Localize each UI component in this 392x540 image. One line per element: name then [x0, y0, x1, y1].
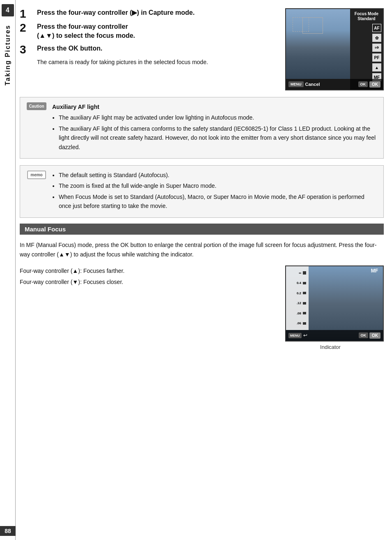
step-3: 3 Press the OK button.: [20, 44, 277, 55]
ok-text: OK: [369, 81, 380, 88]
af-icon: AF: [372, 24, 381, 32]
mf-menu-area: MENU ↩: [288, 332, 307, 338]
focus-option-macro: ✿: [350, 33, 383, 43]
caution-title: Auxiliary AF light: [52, 102, 378, 111]
mf-camera-screen: ∞ 0.4 0.2 .12: [285, 265, 384, 342]
focus-options-list: AF ✿ s✿ PF ▲ MF: [350, 23, 383, 82]
chapter-number: 4: [2, 4, 14, 16]
caution-badge: Caution: [27, 102, 46, 110]
macro-icon: ✿: [372, 34, 381, 42]
focus-option-super-macro: s✿: [350, 43, 383, 53]
fw-up-text: Four-way controller (▲): Focuses farther…: [20, 265, 277, 277]
mf-bar-02: [303, 292, 306, 294]
memo-content: The default setting is Standard (Autofoc…: [52, 171, 378, 212]
step-3-number: 3: [20, 44, 35, 55]
focus-option-pf: PF: [350, 53, 383, 62]
chapter-title: Taking Pictures: [4, 25, 12, 85]
step-2-text: Press the four-way controller(▲▼) to sel…: [37, 22, 135, 41]
caution-bullet-2: The auxiliary AF light of this camera co…: [59, 124, 378, 152]
indicator-label: Indicator: [320, 344, 341, 350]
main-content: 1 Press the four-way controller (▶) in C…: [20, 0, 384, 350]
focus-mode-panel: Focus Mode Standard AF ✿ s✿ PF: [350, 9, 383, 90]
page-number: 88: [0, 526, 16, 536]
mf-ind-12: .12: [287, 301, 308, 305]
focus-option-af: AF: [350, 23, 383, 33]
mf-ok-button-label: OK: [359, 332, 369, 338]
mf-ind-06: .06: [287, 321, 308, 325]
focus-mode-camera-screen: Focus Mode Standard AF ✿ s✿ PF: [285, 8, 384, 90]
mf-bar-inf: [303, 271, 306, 275]
manual-focus-header: Manual Focus: [20, 224, 384, 235]
mf-label: MF: [371, 268, 378, 274]
step-1: 1 Press the four-way controller (▶) in C…: [20, 8, 277, 20]
ok-button-label: OK: [358, 81, 368, 87]
mf-bottom-section: Four-way controller (▲): Focuses farther…: [20, 265, 384, 350]
pf-icon: PF: [372, 53, 381, 62]
step-3-text: Press the OK button.: [37, 44, 102, 53]
memo-box: memo The default setting is Standard (Au…: [20, 165, 384, 218]
memo-bullet-1: The default setting is Standard (Autofoc…: [59, 171, 378, 180]
mf-menu-button: MENU: [288, 333, 302, 338]
mf-bar-06: [303, 322, 306, 325]
caution-bullet-1: The auxiliary AF light may be activated …: [59, 113, 378, 122]
memo-bullet-3: When Focus Mode is set to Standard (Auto…: [59, 192, 378, 211]
steps-list: 1 Press the four-way controller (▶) in C…: [20, 8, 277, 67]
focus-mode-title: Focus Mode Standard: [355, 12, 378, 21]
menu-cancel-area: MENU Cancel: [288, 81, 320, 87]
memo-icon-area: memo: [26, 171, 47, 179]
mf-bar-12: [303, 302, 306, 305]
mf-camera-wrapper: ∞ 0.4 0.2 .12: [277, 265, 384, 350]
mf-controller-info: Four-way controller (▲): Focuses farther…: [20, 265, 277, 287]
focus-option-inf: ▲: [350, 62, 383, 72]
caution-box: Caution Auxiliary AF light The auxiliary…: [20, 97, 384, 159]
camera-landscape: [286, 9, 350, 79]
caution-bullets: The auxiliary AF light may be activated …: [52, 113, 378, 152]
fw-down-text: Four-way controller (▼): Focuses closer.: [20, 277, 277, 288]
super-macro-icon: s✿: [372, 44, 381, 52]
sidebar: 4 Taking Pictures 88: [0, 0, 16, 540]
inf-icon: ▲: [372, 63, 381, 72]
mf-description: In MF (Manual Focus) mode, press the OK …: [20, 240, 384, 260]
caution-icon-area: Caution: [26, 102, 47, 110]
step-1-text: Press the four-way controller (▶) in Cap…: [37, 8, 195, 17]
steps-section: 1 Press the four-way controller (▶) in C…: [20, 8, 384, 90]
step-1-number: 1: [20, 8, 35, 20]
camera-bottom-bar: MENU Cancel OK OK: [286, 79, 383, 90]
step-2-number: 2: [20, 22, 35, 34]
mf-back-icon: ↩: [303, 332, 307, 338]
mf-bar-08: [303, 312, 306, 314]
mf-ind-inf: ∞: [287, 271, 308, 275]
menu-button: MENU: [288, 81, 304, 87]
memo-bullet-2: The zoom is fixed at the full wide-angle…: [59, 181, 378, 190]
mf-ind-04: 0.4: [287, 281, 308, 285]
cancel-label: Cancel: [305, 82, 320, 87]
mf-ind-08: .08: [287, 311, 308, 316]
mf-camera-bottom-bar: MENU ↩ OK OK: [286, 330, 383, 341]
focus-bracket-2: [293, 17, 309, 32]
step-3-description: The camera is ready for taking pictures …: [37, 58, 277, 67]
caution-content: Auxiliary AF light The auxiliary AF ligh…: [52, 102, 378, 153]
mf-ok-text: OK: [369, 332, 380, 339]
memo-badge: memo: [27, 171, 46, 179]
mf-bar-04: [303, 282, 306, 284]
mf-ok-area: OK OK: [359, 332, 381, 339]
mf-ind-02: 0.2: [287, 291, 308, 295]
mf-indicator-panel: ∞ 0.4 0.2 .12: [286, 266, 309, 330]
memo-bullets: The default setting is Standard (Autofoc…: [52, 171, 378, 211]
ok-area: OK OK: [358, 81, 381, 88]
step-2: 2 Press the four-way controller(▲▼) to s…: [20, 22, 277, 41]
